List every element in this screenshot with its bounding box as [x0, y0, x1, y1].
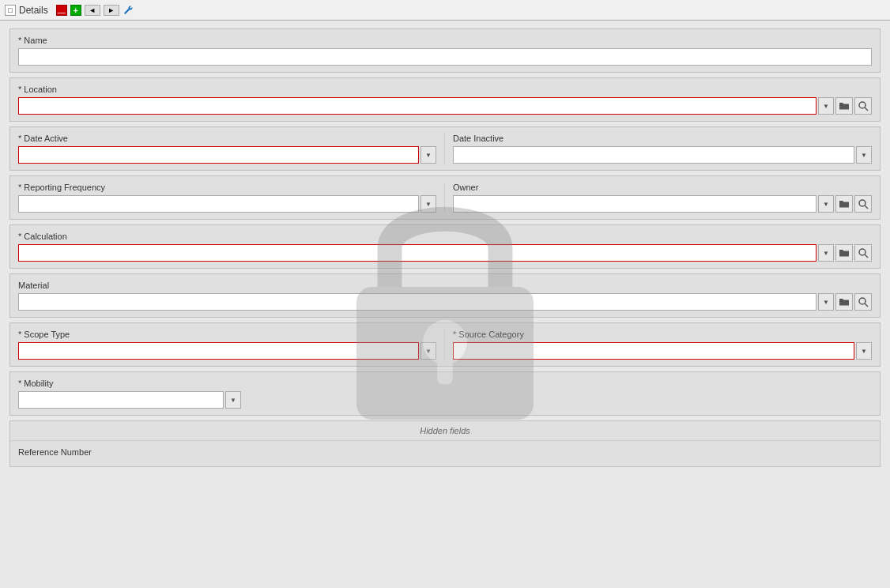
date-inactive-input[interactable] [453, 146, 854, 164]
material-search-btn[interactable] [854, 293, 872, 311]
material-group: ▼ [18, 293, 872, 311]
scope-type-group: ▼ [18, 342, 436, 360]
material-folder-btn[interactable] [835, 293, 853, 311]
date-inactive-group: ▼ [453, 146, 872, 164]
svg-line-1 [865, 107, 868, 111]
reference-number-label: Reference Number [18, 447, 872, 457]
scope-source-row: * Scope Type ▼ * Source Category ▼ [18, 330, 872, 360]
source-category-label: * Source Category [453, 330, 872, 339]
svg-line-7 [865, 303, 868, 307]
source-category-col: * Source Category ▼ [445, 330, 872, 360]
date-active-input[interactable] [18, 146, 419, 164]
svg-point-0 [859, 102, 865, 108]
svg-point-2 [859, 200, 865, 206]
source-category-input[interactable] [453, 342, 854, 360]
dates-row: * Date Active ▼ Date Inactive ▼ [18, 134, 872, 164]
scope-type-input[interactable] [18, 342, 419, 360]
source-category-dropdown-btn[interactable]: ▼ [856, 342, 872, 360]
location-input[interactable] [18, 97, 816, 115]
mobility-input[interactable] [18, 391, 224, 409]
calculation-section: * Calculation ▼ [9, 224, 881, 269]
owner-group: ▼ [453, 195, 872, 213]
hidden-fields-body: Reference Number [10, 441, 880, 466]
date-active-label: * Date Active [18, 134, 436, 143]
svg-point-6 [859, 298, 865, 304]
nav-right-button[interactable]: ► [104, 5, 119, 16]
location-label: * Location [18, 85, 872, 94]
owner-dropdown-btn[interactable]: ▼ [818, 195, 834, 213]
freq-owner-section: * Reporting Frequency ▼ Owner ▼ [9, 175, 881, 220]
name-label: * Name [18, 36, 872, 45]
calculation-search-btn[interactable] [854, 244, 872, 262]
remove-button[interactable]: — [56, 5, 67, 16]
svg-line-5 [865, 254, 868, 258]
date-inactive-dropdown-btn[interactable]: ▼ [856, 146, 872, 164]
reporting-freq-dropdown-btn[interactable]: ▼ [420, 195, 436, 213]
location-folder-btn[interactable] [835, 97, 853, 115]
svg-line-3 [865, 205, 868, 209]
location-input-group: ▼ [18, 97, 872, 115]
reporting-freq-input[interactable] [18, 195, 419, 213]
date-active-col: * Date Active ▼ [18, 134, 445, 164]
mobility-dropdown-btn[interactable]: ▼ [225, 391, 241, 409]
mobility-label: * Mobility [18, 379, 872, 388]
material-section: Material ▼ [9, 273, 881, 318]
calculation-folder-btn[interactable] [835, 244, 853, 262]
scope-type-dropdown-btn[interactable]: ▼ [420, 342, 436, 360]
date-active-dropdown-btn[interactable]: ▼ [420, 146, 436, 164]
owner-label: Owner [453, 183, 872, 192]
source-category-group: ▼ [453, 342, 872, 360]
location-dropdown-btn[interactable]: ▼ [818, 97, 834, 115]
owner-search-btn[interactable] [854, 195, 872, 213]
name-section: * Name [9, 28, 881, 73]
date-inactive-col: Date Inactive ▼ [445, 134, 872, 164]
main-content: * Name * Location ▼ * Date Acti [0, 21, 890, 588]
freq-owner-row: * Reporting Frequency ▼ Owner ▼ [18, 183, 872, 213]
reporting-freq-group: ▼ [18, 195, 436, 213]
mobility-group: ▼ [18, 391, 872, 409]
nav-left-button[interactable]: ◄ [85, 5, 100, 16]
scope-type-col: * Scope Type ▼ [18, 330, 445, 360]
dates-section: * Date Active ▼ Date Inactive ▼ [9, 126, 881, 171]
material-input[interactable] [18, 293, 816, 311]
owner-col: Owner ▼ [445, 183, 872, 213]
title-label: Details [19, 5, 48, 16]
title-bar: □ Details — + ◄ ► [0, 0, 890, 21]
scope-source-section: * Scope Type ▼ * Source Category ▼ [9, 322, 881, 367]
location-search-btn[interactable] [854, 97, 872, 115]
reporting-freq-label: * Reporting Frequency [18, 183, 436, 192]
reporting-freq-col: * Reporting Frequency ▼ [18, 183, 445, 213]
date-inactive-label: Date Inactive [453, 134, 872, 143]
hidden-fields-section: Hidden fields Reference Number [9, 420, 881, 467]
material-dropdown-btn[interactable]: ▼ [818, 293, 834, 311]
wrench-button[interactable] [123, 5, 135, 16]
scope-type-label: * Scope Type [18, 330, 436, 339]
owner-folder-btn[interactable] [835, 195, 853, 213]
location-section: * Location ▼ [9, 77, 881, 122]
calculation-dropdown-btn[interactable]: ▼ [818, 244, 834, 262]
date-active-group: ▼ [18, 146, 436, 164]
calculation-input[interactable] [18, 244, 816, 262]
name-input[interactable] [18, 48, 872, 66]
add-button[interactable]: + [70, 5, 81, 16]
calculation-group: ▼ [18, 244, 872, 262]
calculation-label: * Calculation [18, 232, 872, 241]
owner-input[interactable] [453, 195, 816, 213]
hidden-fields-header: Hidden fields [10, 421, 880, 441]
svg-point-4 [859, 249, 865, 255]
details-icon: □ [5, 5, 16, 16]
material-label: Material [18, 281, 872, 290]
mobility-section: * Mobility ▼ [9, 371, 881, 416]
